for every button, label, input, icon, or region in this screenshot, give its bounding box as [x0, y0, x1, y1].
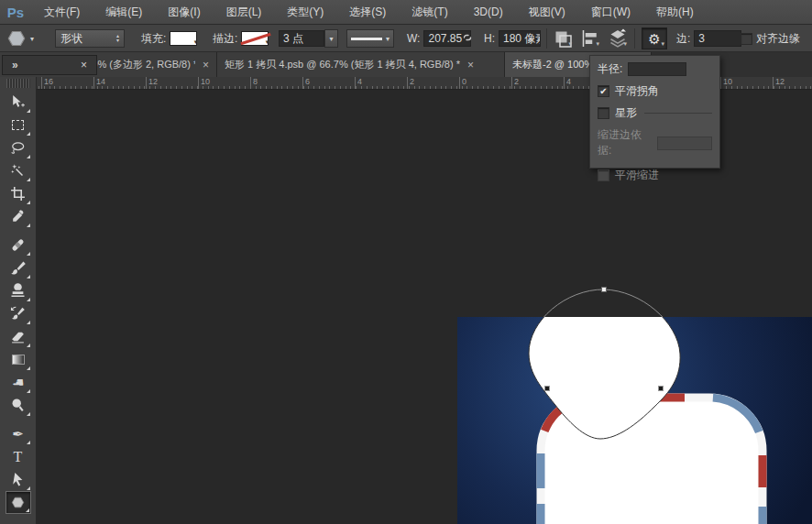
menu-item-0[interactable]: 文件(F) — [31, 0, 93, 24]
stroke-dropdown-icon: ▾ — [266, 38, 269, 46]
gradient-tool[interactable] — [5, 348, 31, 371]
stroke-style-select[interactable]: ▾ — [346, 29, 394, 48]
tool-mode-value: 形状 — [60, 31, 82, 47]
ruler-label: 6 — [305, 77, 310, 86]
ruler-label: 0 — [462, 77, 466, 86]
menu-item-3[interactable]: 图层(L) — [214, 0, 275, 24]
menu-bar: Ps 文件(F)编辑(E)图像(I)图层(L)类型(Y)选择(S)滤镜(T)3D… — [0, 0, 812, 25]
smudge-tool[interactable]: ☛ — [5, 371, 31, 394]
menu-item-8[interactable]: 视图(V) — [516, 0, 578, 24]
tool-flyout-icon — [27, 252, 30, 256]
geometry-options-gear-button[interactable]: ⚙ ▾ — [642, 27, 667, 49]
brush-tool[interactable] — [5, 257, 31, 279]
crop-tool[interactable] — [5, 182, 31, 205]
panel-dock-widget: » × — [2, 55, 97, 75]
magic-wand-tool[interactable] — [5, 159, 31, 182]
tool-preset-dropdown-icon[interactable]: ▾ — [30, 35, 34, 43]
pen-tool[interactable]: ✒ — [5, 422, 31, 445]
ruler-label: 14 — [96, 77, 105, 86]
popup-divider — [644, 113, 712, 114]
tool-flyout-icon — [27, 178, 30, 181]
smooth-corners-label: 平滑拐角 — [615, 83, 659, 99]
height-label: H: — [484, 32, 495, 45]
align-edges-checkbox[interactable] — [741, 33, 752, 45]
type-tool[interactable]: T — [5, 445, 31, 468]
ruler-label: 10 — [201, 77, 210, 86]
star-label: 星形 — [615, 105, 637, 121]
indent-by-label: 缩进边依据: — [598, 127, 652, 158]
document-tab-1[interactable]: 矩形 1 拷贝 4.psb @ 66.7% (矩形 1 拷贝 4, RGB/8)… — [217, 52, 505, 77]
stroke-width-field[interactable]: 3 点 — [279, 30, 324, 47]
dodge-tool[interactable] — [5, 394, 31, 417]
stroke-width-dropdown[interactable]: ▾ — [324, 29, 338, 48]
tool-flyout-icon — [27, 155, 30, 158]
panel-grabber[interactable] — [6, 79, 30, 88]
path-arrangement-button[interactable]: ▾ — [607, 28, 629, 49]
rectangular-marquee-tool[interactable] — [5, 114, 31, 136]
eyedropper-tool[interactable] — [5, 205, 31, 228]
path-alignment-button[interactable]: ▾ — [579, 28, 601, 49]
ruler-label: 12 — [148, 77, 158, 86]
ruler-label: 10 — [723, 77, 732, 86]
path-operations-button[interactable]: ▾ — [552, 28, 574, 49]
ruler-label: 12 — [775, 77, 785, 86]
star-checkbox[interactable] — [598, 107, 609, 119]
spot-healing-brush-tool[interactable] — [5, 234, 31, 257]
ruler-label: 2 — [410, 77, 414, 86]
radius-label: 半径: — [598, 61, 622, 77]
radius-field[interactable] — [628, 62, 686, 76]
ruler-label: 8 — [253, 77, 258, 86]
ruler-label: 4 — [357, 77, 362, 86]
tool-flyout-icon — [27, 109, 30, 113]
menu-item-9[interactable]: 窗口(W) — [578, 0, 643, 24]
menu-item-10[interactable]: 帮助(H) — [643, 0, 707, 24]
tool-flyout-icon — [27, 344, 30, 347]
move-tool[interactable] — [5, 91, 31, 114]
tab-close-icon[interactable]: × — [203, 59, 209, 71]
collapse-panel-icon[interactable]: » — [12, 56, 18, 74]
tool-flyout-icon — [27, 298, 30, 301]
tool-flyout-icon — [27, 132, 30, 136]
menu-item-5[interactable]: 选择(S) — [336, 0, 399, 24]
menu-item-4[interactable]: 类型(Y) — [274, 0, 336, 24]
tool-preset-hexagon-icon[interactable] — [5, 28, 27, 49]
close-panel-icon[interactable]: × — [81, 56, 87, 74]
clone-stamp-tool[interactable] — [5, 279, 31, 302]
path-selection-tool[interactable] — [5, 468, 31, 491]
tool-flyout-icon — [27, 486, 30, 490]
anchor-point-top[interactable] — [602, 288, 607, 292]
polygon-tool[interactable] — [5, 491, 31, 514]
anchor-point-left[interactable] — [545, 387, 550, 391]
ruler-label: 4 — [566, 77, 571, 86]
history-brush-tool[interactable] — [5, 302, 31, 325]
menu-item-2[interactable]: 图像(I) — [155, 0, 213, 24]
tool-flyout-icon — [27, 389, 30, 393]
tool-flyout-icon — [27, 321, 30, 324]
menu-item-7[interactable]: 3D(D) — [461, 0, 516, 24]
stroke-color-swatch[interactable]: ▾ — [241, 31, 269, 46]
fill-label: 填充: — [141, 31, 166, 47]
tool-flyout-icon — [27, 201, 30, 204]
tab-close-icon[interactable]: × — [467, 59, 474, 71]
anchor-point-right[interactable] — [659, 387, 664, 391]
smooth-corners-checkbox[interactable]: ✔ — [598, 85, 609, 97]
shape-height-field[interactable]: 180 像素 — [499, 30, 541, 47]
menu-item-1[interactable]: 编辑(E) — [93, 0, 155, 24]
polygon-options-popup: 半径: ✔ 平滑拐角 星形 缩进边依据: 平滑缩进 — [589, 55, 720, 169]
ruler-label: 16 — [44, 77, 53, 86]
lasso-tool[interactable] — [5, 136, 31, 159]
fill-dropdown-icon: ▾ — [194, 38, 198, 46]
indent-by-field — [657, 136, 712, 150]
stroke-style-line-icon — [351, 38, 382, 40]
tools-panel: ☛✒T — [0, 77, 37, 524]
fill-color-swatch[interactable]: ▾ — [170, 31, 197, 46]
tool-mode-select[interactable]: 形状 ▴▾ — [55, 29, 125, 48]
separator — [546, 28, 547, 49]
ruler-label: 2 — [514, 77, 519, 86]
eraser-tool[interactable] — [5, 325, 31, 348]
link-dimensions-icon[interactable] — [460, 32, 475, 46]
sides-field[interactable]: 3 — [694, 30, 741, 47]
menu-item-6[interactable]: 滤镜(T) — [399, 0, 460, 24]
separator — [634, 28, 635, 49]
tool-flyout-icon — [27, 366, 30, 370]
